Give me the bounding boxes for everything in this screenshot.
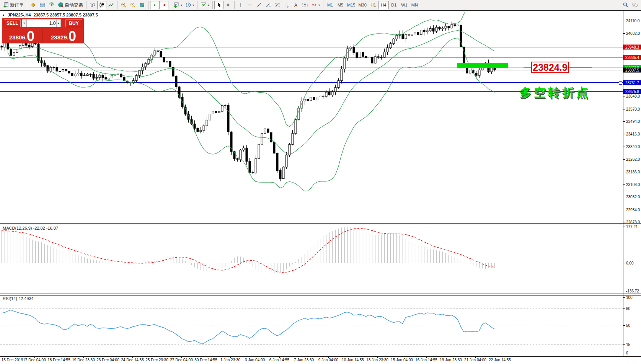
autotrade-button[interactable]: 自动交易 [56, 1, 85, 9]
chart-bars-button[interactable] [88, 1, 97, 9]
tile-windows-button[interactable] [137, 1, 147, 9]
timeframe-d1-button[interactable]: D1 [389, 1, 399, 9]
volume-up-button[interactable]: ▴ [56, 19, 61, 27]
text-button[interactable]: A [291, 1, 300, 9]
svg-text:T: T [304, 3, 306, 7]
new-order-button-label: 新订单 [10, 2, 24, 8]
candlestick-icon [99, 2, 105, 8]
chart-window: ▲ JPN225-,H4 23857.5 23857.5 23807.5 238… [0, 10, 641, 364]
svg-text:F: F [287, 5, 289, 8]
price-tick [623, 33, 625, 34]
arrows-button[interactable]: ▾ [310, 1, 321, 9]
price-tick-label: 23032.0 [626, 195, 640, 199]
autotrade-button-label: 自动交易 [65, 2, 83, 8]
zoom-out-button[interactable] [128, 1, 137, 9]
hline-button[interactable] [245, 1, 254, 9]
navigator-button[interactable] [47, 1, 56, 9]
toolbar-separator [117, 1, 117, 9]
time-tick-label: 21 Jan 04:00 [464, 358, 486, 362]
market-watch-button[interactable] [29, 1, 38, 9]
svg-text:A: A [294, 3, 297, 8]
mt4-window: 新订单自动交易▾▾▾EFAT▾M1M5M15M30H1H4D1W1MN ▲ JP… [0, 0, 641, 364]
grid-icon: F [284, 2, 290, 8]
timeframe-m5-button[interactable]: M5 [335, 1, 346, 9]
price-tick [623, 96, 625, 96]
autotrade-icon [58, 2, 64, 8]
pane-divider[interactable] [0, 294, 641, 295]
new-chart-button[interactable]: ▾ [172, 1, 184, 9]
market-watch-icon [30, 2, 36, 8]
chart-candles-button[interactable] [97, 1, 106, 9]
time-tick-label: 3 Jan 04:00 [245, 358, 265, 362]
hline-icon [247, 2, 253, 8]
profiles-button[interactable]: ▾ [184, 1, 196, 9]
chart-shift-button[interactable] [150, 1, 159, 9]
channel-button[interactable]: E [264, 1, 273, 9]
time-tick-label: 7 Jan 23:30 [294, 358, 314, 362]
text-label-button[interactable]: T [300, 1, 310, 9]
timeframe-w1-button[interactable]: W1 [399, 1, 409, 9]
buy-button[interactable]: BUY [65, 19, 82, 27]
time-tick-label: 17 Dec 04:00 [23, 358, 46, 362]
time-tick-label: 13 Jan 23:30 [366, 358, 388, 362]
vline-button[interactable] [236, 1, 245, 9]
volume-down-button[interactable]: ▾ [22, 19, 26, 27]
pane-divider[interactable] [0, 223, 641, 225]
time-tick-label: 24 Dec 14:55 [121, 358, 144, 362]
timeframe-mn-button[interactable]: MN [409, 1, 420, 9]
time-tick-label: 30 Dec 14:55 [194, 358, 217, 362]
cursor-button[interactable] [214, 1, 223, 9]
grid-button[interactable]: F [282, 1, 291, 9]
crosshair-button[interactable] [223, 1, 233, 9]
price-tick [623, 147, 625, 147]
trendline-button[interactable] [254, 1, 264, 9]
dropdown-arrow-icon[interactable]: ▾ [181, 3, 182, 7]
vline-icon [238, 2, 244, 8]
dropdown-arrow-icon[interactable]: ▾ [208, 3, 209, 7]
timeframe-h1-button[interactable]: H1 [368, 1, 378, 9]
new-order-button[interactable]: 新订单 [2, 1, 25, 9]
one-click-trading-panel: SELL ▾ ▴ BUY 23806.0 23829.0 [2, 18, 84, 43]
timeframe-h4-button[interactable]: H4 [378, 1, 389, 9]
chart-line-button[interactable] [106, 1, 116, 9]
macd-tick [623, 227, 625, 227]
new-order-icon [3, 2, 9, 8]
sell-price[interactable]: 23806.0 [2, 28, 42, 43]
price-tick-label: 23186.0 [626, 170, 640, 174]
turning-point-annotation[interactable]: 多空转折点 [520, 85, 590, 101]
toolbar-right-group [621, 1, 639, 9]
zoom-in-button[interactable] [119, 1, 128, 9]
auto-scroll-button[interactable] [159, 1, 168, 9]
chat-button[interactable] [630, 1, 639, 9]
sell-button[interactable]: SELL [4, 19, 21, 27]
price-tick [623, 222, 625, 222]
macd-tick-label: 0.00 [626, 261, 633, 265]
price-tick [623, 210, 625, 210]
rsi-tick-label: 0 [626, 351, 628, 355]
timeframe-m15-button[interactable]: M15 [346, 1, 357, 9]
time-tick-label: 23 Dec 04:00 [96, 358, 119, 362]
timeframe-m1-button[interactable]: M1 [325, 1, 335, 9]
panel-collapse-icon[interactable]: ▲ [2, 13, 5, 17]
price-tick [623, 121, 625, 122]
fibonacci-button[interactable] [273, 1, 282, 9]
dropdown-arrow-icon[interactable]: ▾ [192, 3, 194, 7]
toolbar-separator [234, 1, 235, 9]
ohlc-values: 23857.5 23857.5 23807.5 23807.5 [33, 13, 98, 17]
buy-price[interactable]: 23829.0 [43, 28, 84, 43]
indicators-button[interactable]: ▾ [199, 1, 211, 9]
dropdown-arrow-icon[interactable]: ▾ [318, 3, 320, 7]
buy-price-main: 23829 [51, 33, 67, 42]
price-callout-label[interactable]: 23824.9 [531, 62, 569, 73]
data-window-button[interactable] [38, 1, 47, 9]
price-line-label: 23731.7 [623, 80, 641, 85]
time-tick-label: 18 Dec 14:55 [47, 358, 70, 362]
timeframe-m30-button[interactable]: M30 [357, 1, 368, 9]
volume-input[interactable] [26, 19, 60, 27]
arrows-icon [311, 2, 317, 8]
time-tick-label: 22 Jan 14:55 [489, 358, 511, 362]
search-button[interactable] [621, 1, 630, 9]
line-chart-icon [108, 2, 114, 8]
hline-selection-handle[interactable] [619, 81, 622, 85]
price-tick [623, 197, 625, 197]
